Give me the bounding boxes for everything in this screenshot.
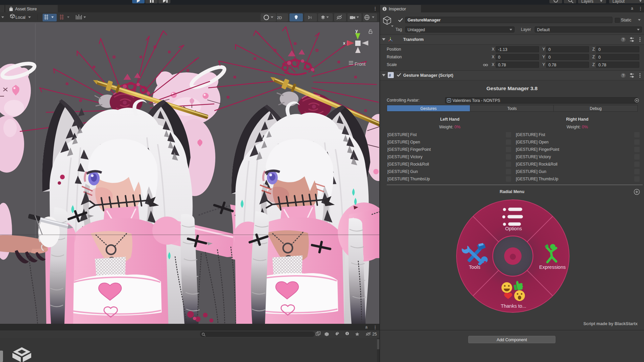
svg-text:25: 25 xyxy=(372,332,377,337)
svg-text:x: x xyxy=(343,41,345,46)
svg-text:Tools: Tools xyxy=(469,264,480,270)
svg-text:Thanks to...: Thanks to... xyxy=(501,303,526,309)
svg-text:Options: Options xyxy=(505,226,522,231)
svg-text:?: ? xyxy=(622,38,624,42)
svg-text:y: y xyxy=(355,28,358,33)
svg-text:Local: Local xyxy=(15,15,25,20)
svg-text:?: ? xyxy=(622,73,624,77)
svg-text:Front: Front xyxy=(355,61,366,67)
svg-text:Expressions: Expressions xyxy=(539,264,566,270)
svg-text:2D: 2D xyxy=(277,16,282,20)
